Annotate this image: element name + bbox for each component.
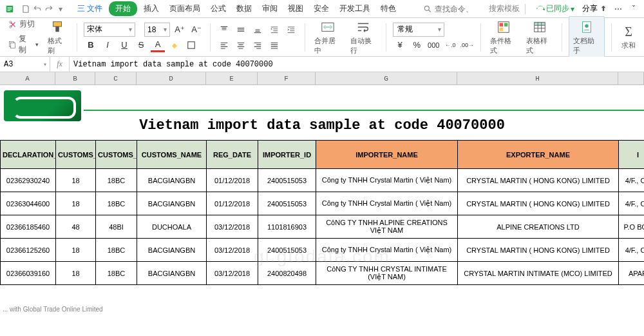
italic-button[interactable]: I [100, 38, 115, 52]
table-cell[interactable]: 03/12/2018 [207, 215, 258, 239]
table-cell[interactable]: 18BC [96, 262, 137, 285]
table-style-button[interactable]: 表格样式 [524, 18, 556, 57]
column-header-B[interactable]: B [55, 72, 95, 84]
table-cell[interactable]: CRYSTAL MARTIN ( HONG KONG) LIMITED [458, 239, 619, 262]
table-cell[interactable]: CôNG TY TNHH CRYSTAL INTIMATE (VIệT NAM) [316, 262, 458, 285]
table-cell[interactable]: 48BI [96, 215, 137, 239]
table-cell[interactable]: 18BC [96, 192, 137, 215]
percent-icon[interactable]: % [410, 38, 424, 52]
table-cell[interactable]: CRYSTAL MARTIN ( HONG KONG) LIMITED [458, 192, 619, 215]
column-header-A[interactable]: A [0, 72, 55, 84]
menu-features[interactable]: 特色 [377, 2, 400, 15]
table-cell[interactable]: 4/F., CR [619, 239, 645, 262]
dropdown-icon[interactable]: ▾ [55, 4, 66, 14]
table-cell[interactable]: 18 [56, 169, 96, 192]
table-header[interactable]: I [619, 141, 645, 169]
table-cell[interactable]: BACGIANGBN [137, 239, 207, 262]
share-button[interactable]: 分享 [582, 3, 608, 14]
collapse-ribbon-icon[interactable]: ˇ [629, 3, 639, 15]
table-cell[interactable]: 02366125260 [1, 239, 56, 262]
table-cell[interactable]: 4/F., CR [619, 169, 645, 192]
copy-button[interactable]: 复制▾ [5, 32, 41, 57]
fill-color-button[interactable] [167, 38, 182, 52]
align-top-icon[interactable] [217, 23, 231, 37]
wrap-text-button[interactable]: 自动换行 [348, 18, 380, 57]
table-row[interactable]: 023629302401818BCBACGIANGBN01/12/2018240… [1, 169, 645, 192]
table-header[interactable]: EXPORTER_NAME [458, 141, 619, 169]
table-header[interactable]: CUSTOMS_AGENCY [96, 141, 137, 169]
table-cell[interactable]: Công ty TNHH Crystal Martin ( Việt Nam) [316, 239, 458, 262]
comma-icon[interactable]: 000 [426, 38, 440, 52]
cut-button[interactable]: 剪切 [5, 17, 37, 31]
table-cell[interactable]: 18 [56, 239, 96, 262]
table-cell[interactable]: 03/12/2018 [207, 239, 258, 262]
conditional-format-button[interactable]: 条件格式 [488, 18, 520, 57]
menu-formula[interactable]: 公式 [207, 2, 230, 15]
align-middle-icon[interactable] [234, 23, 248, 37]
table-cell[interactable]: 18BC [96, 239, 137, 262]
column-header-G[interactable]: G [316, 72, 457, 84]
table-cell[interactable]: APAR [619, 262, 645, 285]
menu-page-layout[interactable]: 页面布局 [166, 2, 204, 15]
table-cell[interactable]: CRYSTAL MARTIN ( HONG KONG) LIMITED [458, 169, 619, 192]
strikethrough-button[interactable]: S [134, 38, 148, 52]
number-format-select[interactable]: 常规 [393, 23, 444, 37]
column-header-C[interactable]: C [95, 72, 137, 84]
sum-button[interactable]: Σ 求和 [618, 23, 639, 52]
decrease-font-icon[interactable]: A⁻ [189, 23, 204, 37]
align-left-icon[interactable] [217, 38, 231, 52]
decrease-decimal-icon[interactable]: ←.0 [443, 38, 457, 52]
indent-right-icon[interactable] [284, 23, 298, 37]
table-header[interactable]: REG_DATE [207, 141, 258, 169]
format-painter-button[interactable]: 格式刷 [45, 18, 70, 57]
table-cell[interactable]: 01/12/2018 [207, 192, 258, 215]
table-cell[interactable]: Công ty TNHH Crystal Martin ( Việt Nam) [316, 169, 458, 192]
table-cell[interactable]: CôNG TY TNHH ALPINE CREATIONS VIệT NAM [316, 215, 458, 239]
table-cell[interactable]: P.O BOX [619, 215, 645, 239]
table-cell[interactable]: 02362930240 [1, 169, 56, 192]
table-cell[interactable]: 18 [56, 192, 96, 215]
table-row[interactable]: 023630446001818BCBACGIANGBN01/12/2018240… [1, 192, 645, 215]
table-cell[interactable]: BACGIANGBN [137, 169, 207, 192]
font-family-select[interactable]: 宋体 [84, 23, 135, 37]
column-header-D[interactable]: D [137, 72, 206, 84]
table-header[interactable]: IMPORTER_NAME [316, 141, 458, 169]
menu-view[interactable]: 视图 [284, 2, 307, 15]
table-cell[interactable]: Công ty TNHH Crystal Martin ( Việt Nam) [316, 192, 458, 215]
table-cell[interactable]: ALPINE CREATIONS LTD [458, 215, 619, 239]
redo-icon[interactable] [44, 4, 54, 14]
table-cell[interactable]: DUCHOALA [137, 215, 207, 239]
undo-icon[interactable] [32, 4, 43, 14]
menu-devtools[interactable]: 开发工具 [336, 2, 374, 15]
indent-left-icon[interactable] [267, 23, 281, 37]
currency-icon[interactable]: ¥ [393, 38, 407, 52]
table-row[interactable]: 023660391601818BCBACGIANGBN03/12/2018240… [1, 262, 645, 285]
table-cell[interactable]: 02366039160 [1, 262, 56, 285]
column-header-E[interactable]: E [206, 72, 258, 84]
table-cell[interactable]: CRYSTAL MARTIN INTIMATE (MCO) LIMITED [458, 262, 619, 285]
align-center-icon[interactable] [234, 38, 248, 52]
table-cell[interactable]: 2400515053 [258, 239, 316, 262]
underline-button[interactable]: U [117, 38, 131, 52]
cell-reference-box[interactable]: A3 [0, 57, 50, 72]
table-cell[interactable]: 2400515053 [258, 192, 316, 215]
fx-icon[interactable]: fx [50, 57, 70, 72]
increase-decimal-icon[interactable]: .00→ [460, 38, 474, 52]
search-templates-link[interactable]: 搜索模板 [489, 3, 520, 14]
menu-insert[interactable]: 插入 [140, 2, 163, 15]
border-button[interactable] [184, 38, 198, 52]
data-table[interactable]: DECLARATION_NUMBERCUSTOMS_CODECUSTOMS_AG… [0, 140, 644, 285]
column-header-H[interactable]: H [457, 72, 618, 84]
table-header[interactable]: DECLARATION_NUMBER [1, 141, 56, 169]
bold-button[interactable]: B [84, 38, 98, 52]
table-header[interactable]: CUSTOMS_CODE [56, 141, 96, 169]
table-cell[interactable]: 02366185460 [1, 215, 56, 239]
doc-helper-button[interactable]: 文档助手 [569, 16, 605, 59]
table-cell[interactable]: 2400515053 [258, 169, 316, 192]
table-cell[interactable]: 4/F., CR [619, 192, 645, 215]
table-row[interactable]: 023661252601818BCBACGIANGBN03/12/2018240… [1, 239, 645, 262]
more-button[interactable]: ⋯ [611, 3, 626, 15]
table-cell[interactable]: 01/12/2018 [207, 169, 258, 192]
table-cell[interactable]: 18 [56, 262, 96, 285]
table-header[interactable]: CUSTOMS_NAME [137, 141, 207, 169]
